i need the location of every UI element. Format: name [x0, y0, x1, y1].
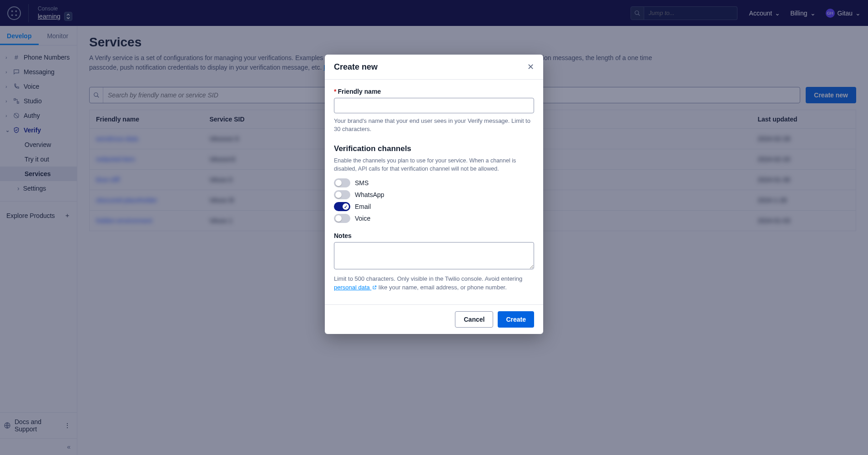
channels-description: Enable the channels you plan to use for …	[334, 157, 534, 173]
friendly-name-label: *Friendly name	[334, 88, 534, 95]
modal-title: Create new	[334, 62, 378, 72]
friendly-name-input[interactable]	[334, 98, 534, 113]
toggle-voice[interactable]	[334, 214, 350, 223]
notes-textarea[interactable]	[334, 242, 534, 269]
close-icon: ✕	[527, 62, 534, 71]
toggle-email[interactable]	[334, 202, 350, 211]
channels-heading: Verification channels	[334, 144, 534, 153]
external-link-icon	[372, 285, 377, 290]
friendly-name-help: Your brand's name that your end user see…	[334, 117, 534, 133]
channel-whatsapp: WhatsApp	[334, 190, 534, 199]
channel-label: Email	[355, 203, 371, 210]
notes-help: Limit to 500 characters. Only visible in…	[334, 275, 534, 291]
channel-email: Email	[334, 202, 534, 211]
notes-label: Notes	[334, 232, 534, 239]
channel-label: WhatsApp	[355, 191, 384, 198]
close-button[interactable]: ✕	[527, 62, 534, 72]
channel-sms: SMS	[334, 178, 534, 187]
channel-label: Voice	[355, 215, 370, 222]
channel-voice: Voice	[334, 214, 534, 223]
channel-label: SMS	[355, 179, 368, 187]
create-button[interactable]: Create	[498, 311, 534, 328]
personal-data-link[interactable]: personal data	[334, 284, 377, 291]
create-service-modal: Create new ✕ *Friendly name Your brand's…	[325, 55, 543, 334]
cancel-button[interactable]: Cancel	[455, 311, 493, 328]
modal-overlay: Create new ✕ *Friendly name Your brand's…	[0, 0, 868, 455]
toggle-whatsapp[interactable]	[334, 190, 350, 199]
toggle-sms[interactable]	[334, 178, 350, 187]
